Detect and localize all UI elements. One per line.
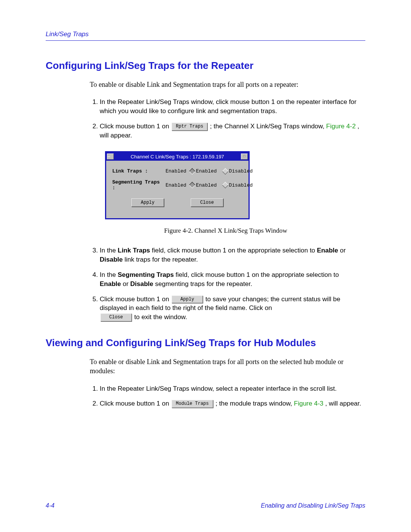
step-2: Click mouse button 1 on Rptr Traps ; the… — [100, 122, 362, 140]
steps-list-1: In the Repeater Link/Seg Traps window, c… — [90, 97, 362, 140]
step-2-text-b: ; the Channel X Link/Seg Traps window, — [210, 123, 326, 130]
figure-ref-4-2[interactable]: Figure 4-2 — [326, 123, 355, 130]
t: field, click mouse button 1 on the appro… — [150, 247, 317, 254]
figure-ref-4-3[interactable]: Figure 4-3 — [294, 400, 323, 407]
radio-label: Enabled — [196, 168, 217, 174]
section-1-body: To enable or disable Link and Segmentati… — [90, 80, 362, 322]
step-3: In the Link Traps field, click mouse but… — [100, 246, 362, 264]
apply-button-inline[interactable]: Apply — [172, 296, 203, 304]
radio-label: Disabled — [229, 168, 253, 174]
t: or — [338, 247, 346, 254]
dialog-button-row: Apply Close — [112, 198, 242, 207]
module-traps-button[interactable]: Module Traps — [172, 400, 213, 408]
segmenting-traps-label: Segmenting Traps : — [112, 179, 162, 191]
dialog-figure: − Channel C Link/Seg Traps : 172.19.59.1… — [105, 151, 250, 219]
link-traps-status: Enabled — [166, 168, 187, 174]
t: Click mouse button 1 on — [100, 296, 171, 303]
intro-paragraph-2: To enable or disable Link and Segmentati… — [90, 357, 362, 376]
diamond-icon — [222, 182, 228, 189]
t: Click mouse button 1 on — [100, 400, 171, 407]
footer-title: Enabling and Disabling Link/Seg Traps — [261, 502, 365, 509]
steps-list-2: In the Link Traps field, click mouse but… — [90, 246, 362, 322]
bold-disable: Disable — [100, 256, 123, 263]
apply-button[interactable]: Apply — [131, 198, 164, 207]
t: field, click mouse button 1 on the appro… — [174, 271, 339, 278]
segmenting-traps-disabled-radio[interactable]: Disabled — [223, 182, 253, 188]
step-5: Click mouse button 1 on Apply to save yo… — [100, 295, 362, 322]
t: In the — [100, 247, 118, 254]
page-number: 4-4 — [46, 502, 54, 509]
diamond-icon — [189, 182, 196, 189]
link-traps-label: Link Traps : — [112, 168, 162, 174]
step-2b: Click mouse button 1 on Module Traps ; t… — [100, 399, 362, 408]
step-2-text-a: Click mouse button 1 on — [100, 123, 171, 130]
step-1b: In the Repeater Link/Seg Traps window, s… — [100, 384, 362, 393]
intro-paragraph-1: To enable or disable Link and Segmentati… — [90, 80, 362, 89]
t: , will appear. — [325, 400, 362, 407]
bold-enable: Enable — [100, 280, 121, 288]
figure-caption: Figure 4-2. Channel X Link/Seg Traps Win… — [90, 227, 362, 235]
diamond-icon — [189, 168, 196, 174]
segmenting-traps-enabled-radio[interactable]: Enabled — [190, 182, 217, 188]
close-button[interactable]: Close — [191, 198, 223, 207]
dialog-body: Link Traps : Enabled Enabled Disabled Se… — [106, 161, 249, 218]
page-footer: 4-4 Enabling and Disabling Link/Seg Trap… — [46, 502, 365, 509]
radio-label: Disabled — [229, 182, 253, 188]
bold-disable: Disable — [130, 280, 153, 288]
header-rule — [46, 40, 365, 41]
window-menu-icon[interactable]: − — [107, 153, 114, 160]
steps-list-3: In the Repeater Link/Seg Traps window, s… — [90, 384, 362, 409]
segmenting-traps-row: Segmenting Traps : Enabled Enabled Disab… — [112, 179, 242, 191]
link-traps-row: Link Traps : Enabled Enabled Disabled — [112, 168, 242, 174]
rptr-traps-button[interactable]: Rptr Traps — [172, 123, 207, 131]
step-1: In the Repeater Link/Seg Traps window, c… — [100, 97, 362, 116]
diamond-icon — [222, 168, 228, 174]
bold-segmenting: Segmenting Traps — [118, 271, 174, 278]
dialog-title: Channel C Link/Seg Traps : 172.19.59.197 — [115, 154, 240, 160]
t: ; the module traps window, — [215, 400, 294, 407]
segmenting-traps-status: Enabled — [166, 182, 187, 188]
t: to exit the window. — [134, 313, 187, 321]
section-2-body: To enable or disable Link and Segmentati… — [90, 357, 362, 408]
t: link traps for the repeater. — [123, 256, 198, 263]
bold-enable: Enable — [317, 247, 338, 254]
section-heading-2: Viewing and Configuring Link/Seg Traps f… — [46, 337, 365, 349]
close-button-inline[interactable]: Close — [100, 313, 132, 321]
window-control-icon[interactable]: □ — [241, 153, 248, 160]
link-traps-disabled-radio[interactable]: Disabled — [223, 168, 253, 174]
t: segmenting traps for the repeater. — [153, 280, 252, 288]
link-seg-traps-dialog: − Channel C Link/Seg Traps : 172.19.59.1… — [105, 151, 250, 219]
radio-label: Enabled — [196, 182, 217, 188]
link-traps-enabled-radio[interactable]: Enabled — [190, 168, 217, 174]
t: In the — [100, 271, 118, 278]
t: or — [121, 280, 131, 288]
section-heading-1: Configuring Link/Seg Traps for the Repea… — [46, 60, 365, 72]
running-header: Link/Seg Traps — [46, 30, 365, 38]
dialog-titlebar: − Channel C Link/Seg Traps : 172.19.59.1… — [106, 152, 249, 161]
step-4: In the Segmenting Traps field, click mou… — [100, 270, 362, 289]
page: Link/Seg Traps Configuring Link/Seg Trap… — [0, 0, 411, 532]
bold-link-traps: Link Traps — [118, 247, 150, 254]
